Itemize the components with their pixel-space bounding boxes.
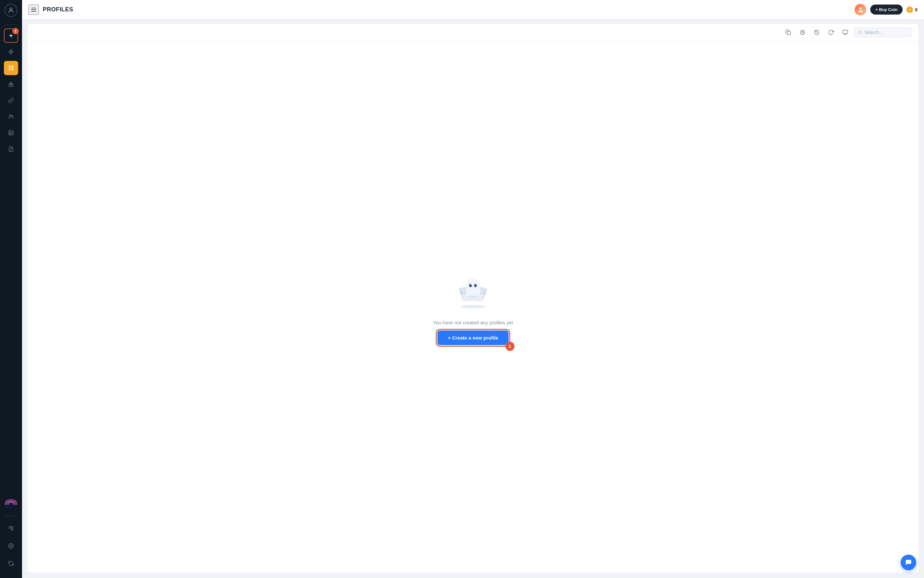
- refresh-button[interactable]: [825, 26, 837, 38]
- sidebar-divider-bottom: [5, 516, 18, 516]
- create-profile-button[interactable]: + Create a new profile: [437, 330, 508, 345]
- svg-rect-30: [787, 31, 791, 35]
- sidebar-item-add[interactable]: 1: [4, 29, 18, 43]
- empty-state-illustration: [447, 269, 499, 315]
- svg-point-9: [10, 84, 11, 85]
- sidebar-item-grid[interactable]: [4, 61, 18, 75]
- svg-point-42: [474, 284, 477, 287]
- svg-rect-7: [12, 69, 13, 70]
- coin-count: 0: [915, 7, 918, 12]
- svg-rect-4: [9, 66, 10, 67]
- sidebar-divider: [5, 24, 18, 25]
- svg-rect-23: [9, 526, 11, 528]
- empty-state: You have not created any profiles yet + …: [433, 269, 513, 345]
- search-icon: [858, 30, 862, 35]
- add-badge: 1: [12, 28, 19, 34]
- create-profile-badge: 1: [505, 342, 515, 351]
- create-profile-container: + Create a new profile 1: [437, 330, 508, 345]
- buy-coin-button[interactable]: + Buy Coin: [870, 5, 903, 15]
- sidebar-item-team[interactable]: [4, 109, 18, 124]
- history-button[interactable]: [811, 26, 823, 38]
- svg-rect-24: [12, 526, 13, 528]
- sidebar-item-robot[interactable]: [4, 77, 18, 91]
- search-input[interactable]: [864, 30, 908, 35]
- user-avatar-icon[interactable]: [855, 4, 866, 16]
- svg-point-26: [10, 545, 12, 547]
- svg-marker-3: [9, 50, 13, 54]
- profiles-content-area: You have not created any profiles yet + …: [27, 41, 919, 573]
- page-title: PROFILES: [43, 6, 73, 13]
- svg-point-45: [468, 296, 477, 298]
- svg-point-10: [11, 84, 12, 85]
- sidebar-bottom: anyIP: [3, 493, 19, 574]
- sidebar-item-cookies[interactable]: [4, 93, 18, 107]
- svg-rect-5: [12, 66, 13, 67]
- header-right-section: + Buy Coin ● 0: [855, 4, 918, 16]
- chat-support-button[interactable]: [901, 555, 916, 570]
- svg-point-39: [461, 305, 486, 308]
- svg-point-38: [859, 31, 861, 33]
- svg-rect-35: [843, 30, 848, 34]
- sidebar-item-sync[interactable]: [4, 556, 18, 571]
- main-content: PROFILES + Buy Coin ● 0: [22, 0, 924, 578]
- sidebar-avatar[interactable]: [5, 4, 18, 17]
- sidebar-item-data[interactable]: [4, 126, 18, 140]
- sync-profiles-button[interactable]: [797, 26, 808, 38]
- svg-point-41: [469, 284, 472, 287]
- svg-point-0: [10, 8, 12, 10]
- coin-dot-icon: ●: [906, 6, 913, 13]
- svg-point-43: [471, 284, 471, 286]
- sidebar-item-report[interactable]: [4, 142, 18, 156]
- profiles-toolbar: [27, 23, 919, 41]
- svg-rect-6: [9, 69, 10, 70]
- svg-text:anyIP: anyIP: [5, 505, 13, 509]
- coin-display: ● 0: [906, 6, 918, 13]
- menu-button[interactable]: [29, 5, 39, 15]
- svg-rect-15: [9, 131, 13, 135]
- svg-rect-25: [12, 529, 13, 531]
- sidebar: 1: [0, 0, 22, 578]
- search-box[interactable]: [854, 28, 912, 37]
- svg-point-21: [10, 504, 12, 505]
- svg-point-44: [476, 284, 477, 286]
- svg-rect-8: [9, 84, 13, 86]
- svg-point-13: [10, 115, 11, 116]
- anyip-logo: anyIP: [3, 493, 19, 512]
- svg-point-14: [12, 115, 13, 117]
- empty-state-message: You have not created any profiles yet: [433, 320, 513, 325]
- display-settings-button[interactable]: [840, 26, 851, 38]
- sidebar-item-settings[interactable]: [4, 539, 18, 553]
- app-header: PROFILES + Buy Coin ● 0: [22, 0, 924, 19]
- copy-profiles-button[interactable]: [783, 26, 794, 38]
- sidebar-item-integrations[interactable]: [4, 521, 18, 536]
- sidebar-item-lightning[interactable]: [4, 45, 18, 59]
